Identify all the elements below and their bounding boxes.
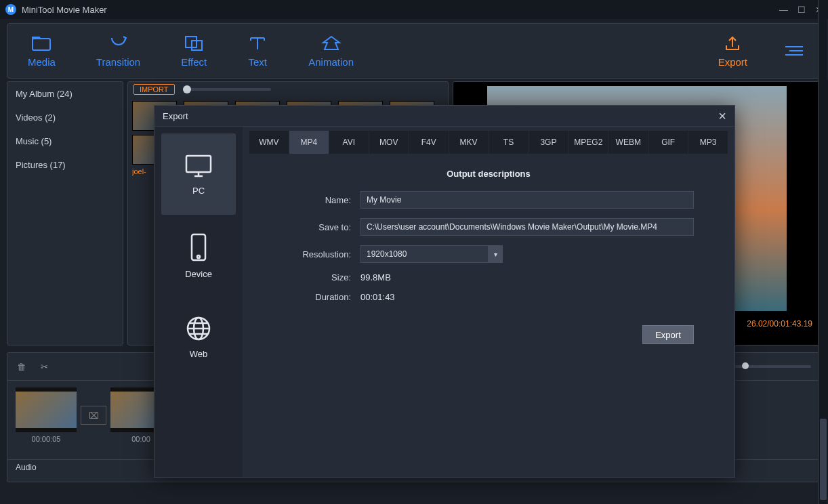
section-title: Output descriptions	[243, 169, 734, 179]
dest-web[interactable]: Web	[161, 296, 236, 377]
sidebar-item-my-album[interactable]: My Album (24)	[7, 82, 123, 106]
resolution-select[interactable]: 1920x1080	[360, 245, 503, 263]
folder-icon	[31, 35, 51, 52]
import-button[interactable]: IMPORT	[133, 84, 175, 95]
album-sidebar: My Album (24) Videos (2) Music (5) Pictu…	[7, 81, 123, 345]
transition-slot[interactable]: ⌧	[81, 406, 106, 425]
label-duration: Duration:	[283, 292, 351, 302]
dest-device[interactable]: Device	[161, 215, 236, 296]
svg-rect-3	[186, 156, 211, 172]
preview-timecode: 26.02/00:01:43.19	[747, 319, 812, 329]
svg-rect-4	[192, 234, 205, 260]
thumb-zoom-slider[interactable]	[183, 88, 271, 91]
transition-icon	[108, 35, 129, 52]
app-title: MiniTool Movie Maker	[22, 5, 107, 15]
app-scrollbar[interactable]	[819, 80, 828, 497]
svg-rect-0	[33, 39, 50, 50]
transition-button[interactable]: Transition	[76, 35, 161, 68]
label-name: Name:	[283, 195, 351, 205]
export-confirm-button[interactable]: Export	[642, 325, 694, 344]
pc-icon	[184, 153, 213, 179]
effect-label: Effect	[181, 56, 207, 68]
dialog-close-icon[interactable]: ×	[718, 108, 726, 124]
format-tabs: WMVMP4AVIMOVF4VMKVTS3GPMPEG2WEBMGIFMP3	[249, 131, 728, 154]
export-icon	[723, 35, 742, 52]
clip-time: 00:00:05	[16, 435, 77, 443]
main-toolbar: Media Transition Effect Text Animation E…	[7, 23, 821, 79]
format-tab-mkv[interactable]: MKV	[449, 131, 489, 154]
text-label: Text	[249, 56, 268, 68]
save-to-input[interactable]: C:\Users\user account\Documents\Windows …	[360, 218, 694, 236]
device-icon	[188, 232, 209, 262]
app-window: M MiniTool Movie Maker — ☐ ✕ Media Trans…	[0, 0, 828, 504]
label-save-to: Save to:	[283, 222, 351, 232]
svg-point-5	[197, 255, 200, 258]
effect-icon	[184, 35, 204, 52]
destination-sidebar: PC Device Web	[154, 127, 243, 477]
animation-icon	[320, 35, 342, 52]
format-tab-avi[interactable]: AVI	[329, 131, 369, 154]
delete-icon[interactable]: 🗑	[17, 362, 26, 372]
maximize-icon[interactable]: ☐	[798, 5, 806, 15]
export-label: Export	[718, 56, 747, 68]
text-button[interactable]: Text	[227, 35, 288, 68]
export-dialog: Export × PC Device Web WMVMP4AVIMOVF4V	[154, 105, 735, 478]
dest-device-label: Device	[185, 269, 212, 279]
dest-pc[interactable]: PC	[161, 133, 236, 215]
titlebar: M MiniTool Movie Maker — ☐ ✕	[0, 0, 828, 19]
animation-button[interactable]: Animation	[288, 35, 374, 68]
format-tab-gif[interactable]: GIF	[648, 131, 688, 154]
sidebar-item-music[interactable]: Music (5)	[7, 129, 123, 153]
format-tab-ts[interactable]: TS	[489, 131, 529, 154]
format-tab-f4v[interactable]: F4V	[409, 131, 449, 154]
minimize-icon[interactable]: —	[779, 5, 788, 15]
export-button[interactable]: Export	[698, 35, 768, 68]
format-tab-mp4[interactable]: MP4	[289, 131, 329, 154]
cut-icon[interactable]: ✂	[41, 362, 48, 372]
sidebar-item-pictures[interactable]: Pictures (17)	[7, 153, 123, 177]
dialog-title: Export	[163, 111, 188, 121]
label-size: Size:	[283, 272, 351, 282]
format-tab-wmv[interactable]: WMV	[249, 131, 289, 154]
media-button[interactable]: Media	[7, 35, 76, 68]
menu-icon[interactable]	[768, 43, 821, 58]
format-tab-mp3[interactable]: MP3	[688, 131, 728, 154]
format-tab-3gp[interactable]: 3GP	[529, 131, 568, 154]
duration-value: 00:01:43	[360, 292, 395, 302]
effect-button[interactable]: Effect	[161, 35, 227, 68]
format-tab-mpeg2[interactable]: MPEG2	[568, 131, 608, 154]
app-logo-icon: M	[5, 4, 16, 15]
dest-pc-label: PC	[192, 186, 205, 196]
size-value: 99.8MB	[360, 272, 391, 282]
dest-web-label: Web	[190, 349, 208, 359]
chevron-down-icon[interactable]: ▾	[488, 245, 503, 263]
name-input[interactable]: My Movie	[360, 191, 694, 209]
format-tab-mov[interactable]: MOV	[369, 131, 409, 154]
transition-label: Transition	[96, 56, 140, 68]
timeline-clip[interactable]: 00:00:05	[16, 387, 77, 443]
timeline-zoom-slider[interactable]	[730, 365, 811, 368]
text-icon	[247, 35, 268, 52]
dialog-titlebar: Export ×	[154, 106, 734, 127]
web-icon	[185, 315, 212, 342]
sidebar-item-videos[interactable]: Videos (2)	[7, 106, 123, 129]
label-resolution: Resolustion:	[283, 249, 351, 259]
media-label: Media	[28, 56, 56, 68]
animation-label: Animation	[308, 56, 354, 68]
format-tab-webm[interactable]: WEBM	[608, 131, 648, 154]
